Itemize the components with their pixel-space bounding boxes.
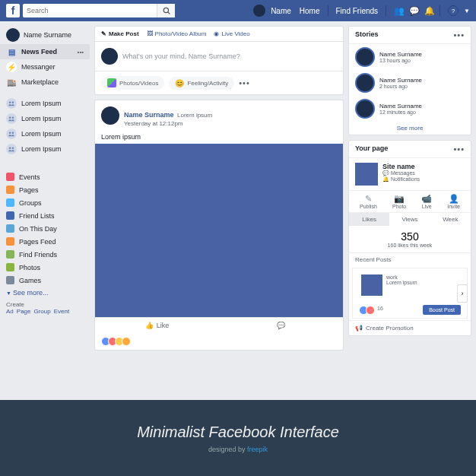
search-input[interactable] [23, 7, 157, 14]
svg-point-8 [9, 148, 11, 150]
sidebar-item-label: Lorem Ipsum [21, 130, 62, 138]
sidebar-item-newsfeed[interactable]: ▤ News Feed ••• [0, 44, 90, 59]
story-author: Name Surname [379, 77, 422, 84]
story-item[interactable]: Name Surname12 minutes ago [349, 96, 471, 122]
sidebar-see-more[interactable]: ▼ See more... [0, 287, 90, 299]
sidebar-item-groups[interactable]: Groups [0, 196, 90, 209]
reactions-bar[interactable] [95, 333, 343, 350]
sidebar-item-messenger[interactable]: ⚡ Messanger [0, 59, 90, 75]
sidebar-shortcut[interactable]: Lorem Ipsum [0, 126, 90, 141]
create-group-link[interactable]: Group [33, 308, 50, 315]
help-icon[interactable]: ? [448, 5, 459, 16]
nav-avatar[interactable] [253, 5, 265, 17]
sidebar-profile-name: Name Surname [24, 31, 71, 39]
sidebar-item-games[interactable]: Games [0, 274, 90, 287]
page-notifications-link[interactable]: 🔔 Notifications [382, 176, 420, 182]
camera-icon: 📷 [392, 194, 406, 204]
nav-home-link[interactable]: Home [297, 7, 323, 15]
composer-avatar [101, 48, 118, 65]
invite-button[interactable]: 👤Invite [447, 194, 460, 209]
invite-icon: 👤 [447, 194, 460, 204]
facebook-logo[interactable]: f [6, 4, 20, 17]
group-icon [6, 98, 17, 109]
sidebar-item-on-this-day[interactable]: On This Day [0, 222, 90, 235]
sidebar-profile[interactable]: Name Surname [0, 26, 90, 44]
create-event-link[interactable]: Event [54, 308, 69, 315]
stories-see-more[interactable]: See more [349, 122, 471, 135]
like-button[interactable]: 👍Like [95, 318, 219, 333]
marketplace-icon: 🏬 [6, 77, 17, 87]
tab-live-video[interactable]: ◉Live Video [214, 30, 249, 37]
sidebar-item-find-friends[interactable]: Find Friends [0, 248, 90, 261]
photo-button[interactable]: 📷Photo [392, 194, 406, 209]
tab-photo-album[interactable]: 🖼Photo/Video Album [147, 30, 207, 37]
sidebar-shortcut[interactable]: Lorem Ipsum [0, 96, 90, 111]
sidebar-item-pages[interactable]: Pages [0, 183, 90, 196]
photos-videos-button[interactable]: Photos/Videos [101, 76, 164, 90]
sidebar-item-photos[interactable]: Photos [0, 261, 90, 274]
sidebar-item-label: Games [19, 277, 41, 284]
live-button[interactable]: 📹Live [421, 194, 432, 209]
on-this-day-icon [6, 224, 14, 233]
create-page-link[interactable]: Page [17, 308, 31, 315]
friend-requests-icon[interactable]: 👥 [394, 6, 405, 16]
sidebar-item-label: Lorem Ipsum [21, 115, 62, 122]
chevron-right-icon[interactable]: › [457, 284, 468, 303]
post-image[interactable] [95, 144, 343, 317]
post-author[interactable]: Name Surname [124, 111, 174, 119]
story-avatar [355, 73, 375, 93]
top-navbar: f Name Home Find Friends 👥 💬 🔔 ? ▼ [0, 0, 476, 21]
tab-likes[interactable]: Likes [349, 213, 389, 226]
create-promotion-link[interactable]: 📢Create Promotion [349, 320, 471, 335]
sidebar-item-label: On This Day [19, 225, 57, 233]
recent-post-title: work [386, 274, 417, 280]
boost-post-button[interactable]: Boost Post [423, 305, 461, 315]
sidebar-item-pages-feed[interactable]: Pages Feed [0, 235, 90, 248]
search-icon[interactable] [157, 4, 175, 17]
create-ad-link[interactable]: Ad [6, 308, 14, 315]
sidebar-item-events[interactable]: Events [0, 170, 90, 183]
page-messages-link[interactable]: 💬 Messages [382, 170, 420, 176]
stories-options-icon[interactable]: ••• [453, 30, 465, 40]
search-box[interactable] [23, 4, 175, 17]
comment-button[interactable]: 💬 [219, 318, 343, 333]
sidebar-item-label: Pages Feed [19, 238, 56, 246]
page-name[interactable]: Site name [382, 163, 420, 170]
tab-make-post[interactable]: ✎Make Post [101, 30, 139, 37]
page-options-icon[interactable]: ••• [453, 144, 465, 154]
account-menu-icon[interactable]: ▼ [464, 8, 470, 14]
publish-icon: ✎ [360, 194, 377, 204]
sidebar-shortcut[interactable]: Lorem Ipsum [0, 141, 90, 157]
composer-input[interactable]: What's on your mind, Name Surname? [122, 52, 337, 60]
post-timestamp: Yesterday at 12:12pm [124, 120, 212, 127]
page-thumbnail[interactable] [355, 163, 378, 186]
more-options-icon[interactable]: ••• [239, 78, 250, 87]
create-label: Create [6, 301, 84, 308]
tab-views[interactable]: Views [389, 213, 430, 226]
nav-find-friends[interactable]: Find Friends [333, 7, 382, 15]
svg-point-6 [9, 132, 11, 135]
pages-feed-icon [6, 237, 14, 246]
notifications-icon[interactable]: 🔔 [424, 6, 435, 16]
sidebar-item-marketplace[interactable]: 🏬 Marketplace [0, 75, 90, 90]
svg-point-9 [12, 148, 14, 150]
post-avatar[interactable] [101, 106, 119, 125]
tab-week[interactable]: Week [430, 213, 471, 226]
stories-title: Stories [355, 30, 379, 40]
comment-icon: 💬 [277, 322, 285, 329]
feeling-button[interactable]: 😊Feeling/Activity [169, 77, 234, 90]
publish-button[interactable]: ✎Publish [360, 194, 377, 209]
story-author: Name Surname [379, 51, 422, 58]
media-icon [107, 78, 116, 87]
pages-icon [6, 186, 14, 194]
recent-post-item[interactable]: workLorem ipsum [355, 271, 465, 300]
friend-lists-icon [6, 211, 14, 220]
sidebar-item-label: Friend Lists [19, 212, 55, 220]
story-item[interactable]: Name Surname2 hours ago [349, 70, 471, 96]
sidebar-item-friend-lists[interactable]: Friend Lists [0, 209, 90, 222]
sidebar-shortcut[interactable]: Lorem Ipsum [0, 111, 90, 126]
story-item[interactable]: Name Surname13 hours ago [349, 44, 471, 70]
svg-point-0 [163, 8, 168, 12]
nav-profile-link[interactable]: Name [268, 7, 294, 15]
messages-icon[interactable]: 💬 [409, 6, 420, 16]
